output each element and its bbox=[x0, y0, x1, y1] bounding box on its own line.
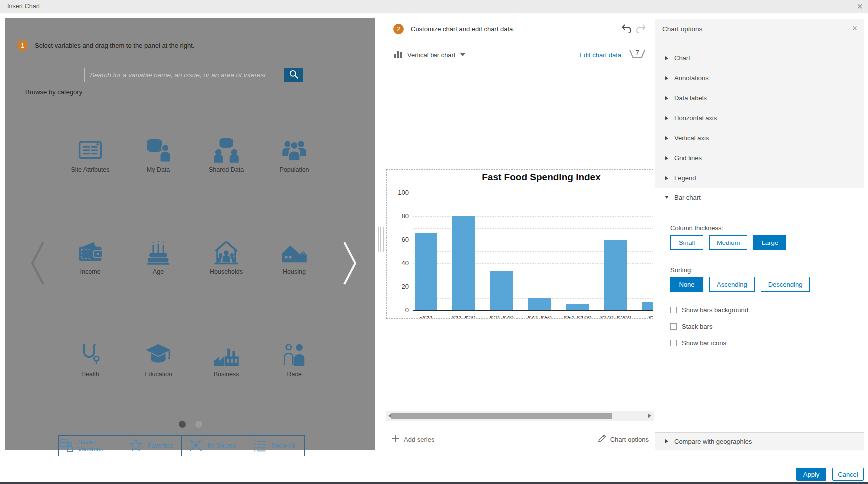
checkbox-label: Stack bars bbox=[682, 323, 712, 330]
pagination-dot-1[interactable] bbox=[179, 421, 186, 428]
triangle-right-icon bbox=[665, 96, 668, 100]
sorting-group: NoneAscendingDescending bbox=[670, 277, 810, 292]
variable-count-basket-icon: 7 bbox=[628, 48, 646, 61]
housing-icon bbox=[281, 237, 308, 266]
section-vertical-axis[interactable]: Vertical axis bbox=[655, 128, 864, 148]
by-source-button[interactable]: By Source bbox=[181, 435, 243, 456]
chevron-down-icon[interactable] bbox=[460, 53, 465, 56]
show-all-icon bbox=[252, 438, 267, 454]
edit-chart-data-link[interactable]: Edit chart data bbox=[579, 51, 621, 59]
bar--101-200[interactable] bbox=[604, 240, 627, 310]
show-all-button[interactable]: Show All bbox=[243, 435, 305, 456]
by-source-icon bbox=[188, 438, 203, 454]
section-grid-lines[interactable]: Grid lines bbox=[655, 148, 864, 168]
category-income[interactable]: Income bbox=[58, 237, 123, 339]
section-annotations[interactable]: Annotations bbox=[655, 68, 864, 88]
chart-selection-box[interactable]: Fast Food Spending Index 020406080100<$1… bbox=[386, 169, 653, 319]
y-axis-tick-label: 20 bbox=[387, 283, 409, 290]
income-icon bbox=[77, 237, 104, 266]
category-age[interactable]: Age bbox=[126, 237, 191, 339]
category-site-attributes[interactable]: Site Attributes bbox=[58, 135, 123, 237]
dialog-close-icon[interactable]: × bbox=[857, 0, 863, 12]
x-axis-tick-label: $21-$40 bbox=[483, 314, 521, 319]
category-label: Households bbox=[210, 268, 243, 275]
bar--41-50[interactable] bbox=[528, 298, 551, 310]
chart-type-dropdown[interactable]: Vertical bar chart bbox=[407, 51, 456, 59]
scrollbar-thumb[interactable] bbox=[391, 413, 612, 419]
thickness-medium-button[interactable]: Medium bbox=[709, 235, 747, 250]
section-legend[interactable]: Legend bbox=[655, 168, 864, 188]
button-label: Saved Variables bbox=[78, 439, 120, 453]
pagination-dot-2[interactable] bbox=[195, 421, 202, 428]
category-households[interactable]: Households bbox=[194, 237, 259, 339]
chart-panel-footer: Add series Chart options bbox=[385, 428, 654, 451]
panel-close-icon[interactable]: × bbox=[852, 23, 857, 34]
triangle-right-icon bbox=[665, 116, 668, 120]
section-data-labels[interactable]: Data labels bbox=[655, 88, 864, 108]
checkbox-row-stack-bars: Stack bars bbox=[670, 323, 712, 330]
checkbox-show-bars-background[interactable] bbox=[670, 307, 677, 313]
bar--21-40[interactable] bbox=[490, 271, 513, 310]
scroll-right-arrow-icon[interactable] bbox=[648, 413, 651, 418]
add-series-button[interactable]: Add series bbox=[391, 435, 434, 444]
panel-splitter-handle[interactable] bbox=[378, 227, 385, 252]
triangle-down-icon bbox=[665, 196, 669, 199]
checkbox-show-bar-icons[interactable] bbox=[670, 340, 677, 346]
bar--11[interactable] bbox=[415, 233, 437, 310]
y-axis-tick-label: 60 bbox=[387, 236, 409, 243]
chart-horizontal-scrollbar[interactable] bbox=[386, 411, 654, 421]
sorting-ascending-button[interactable]: Ascending bbox=[709, 277, 755, 292]
column-thickness-label: Column thickness: bbox=[670, 224, 723, 232]
apply-button[interactable]: Apply bbox=[796, 468, 826, 481]
button-label: By Source bbox=[207, 442, 236, 449]
checkbox-row-show-bar-icons: Show bar icons bbox=[670, 339, 726, 347]
section-chart[interactable]: Chart bbox=[655, 48, 864, 68]
sorting-none-button[interactable]: None bbox=[670, 277, 703, 292]
checkbox-row-show-bars-background: Show bars background bbox=[670, 306, 748, 314]
section-label: Chart bbox=[674, 54, 690, 62]
thickness-large-button[interactable]: Large bbox=[753, 235, 786, 250]
category-shared-data[interactable]: Shared Data bbox=[194, 135, 259, 237]
triangle-right-icon bbox=[665, 156, 668, 160]
search-button[interactable] bbox=[284, 68, 303, 82]
chart-options-panel: Chart options × Chart Annotations Data l… bbox=[655, 19, 864, 450]
gridline bbox=[413, 193, 653, 193]
sorting-descending-button[interactable]: Descending bbox=[761, 277, 810, 292]
category-population[interactable]: Population bbox=[262, 135, 327, 237]
favorites-button[interactable]: Favorites bbox=[120, 435, 182, 456]
plus-icon bbox=[391, 435, 399, 444]
dialog-titlebar: Insert Chart × bbox=[0, 0, 868, 13]
step-1-badge: 1 bbox=[17, 40, 28, 51]
section-bar-chart[interactable]: Bar chart bbox=[655, 188, 864, 206]
x-axis-tick-label: $11-$20 bbox=[445, 314, 483, 319]
section-horizontal-axis[interactable]: Horizontal axis bbox=[655, 108, 864, 128]
cancel-button[interactable]: Cancel bbox=[832, 468, 864, 481]
triangle-right-icon bbox=[665, 176, 668, 180]
chart-options-button[interactable]: Chart options bbox=[597, 434, 649, 445]
section-compare-with-geographies[interactable]: Compare with geographies bbox=[655, 432, 864, 450]
thickness-small-button[interactable]: Small bbox=[670, 235, 703, 250]
redo-icon[interactable] bbox=[636, 23, 647, 35]
step-1-text: Select variables and drag them to the pa… bbox=[35, 42, 194, 49]
chart-options-label: Chart options bbox=[610, 436, 649, 443]
undo-icon[interactable] bbox=[621, 23, 632, 35]
category-label: Race bbox=[287, 371, 301, 378]
variable-browser-panel: 1 Select variables and drag them to the … bbox=[5, 18, 375, 450]
bar--11-20[interactable] bbox=[452, 216, 475, 310]
checkbox-stack-bars[interactable] bbox=[670, 323, 677, 330]
category-housing[interactable]: Housing bbox=[262, 237, 327, 339]
category-label: Business bbox=[214, 371, 239, 378]
gridline bbox=[413, 205, 653, 205]
bar--20[interactable] bbox=[642, 302, 653, 310]
site-attributes-icon bbox=[77, 135, 104, 164]
category-label: Housing bbox=[283, 268, 306, 275]
previous-page-chevron-icon[interactable] bbox=[28, 240, 48, 287]
race-icon bbox=[281, 339, 308, 368]
next-page-chevron-icon[interactable] bbox=[339, 240, 359, 287]
search-input[interactable] bbox=[84, 68, 284, 82]
shared-data-icon bbox=[213, 135, 240, 164]
section-label: Annotations bbox=[674, 74, 709, 82]
category-my-data[interactable]: My Data bbox=[126, 135, 191, 237]
saved-variables-button[interactable]: Saved Variables bbox=[58, 435, 120, 456]
variable-search bbox=[84, 68, 303, 82]
